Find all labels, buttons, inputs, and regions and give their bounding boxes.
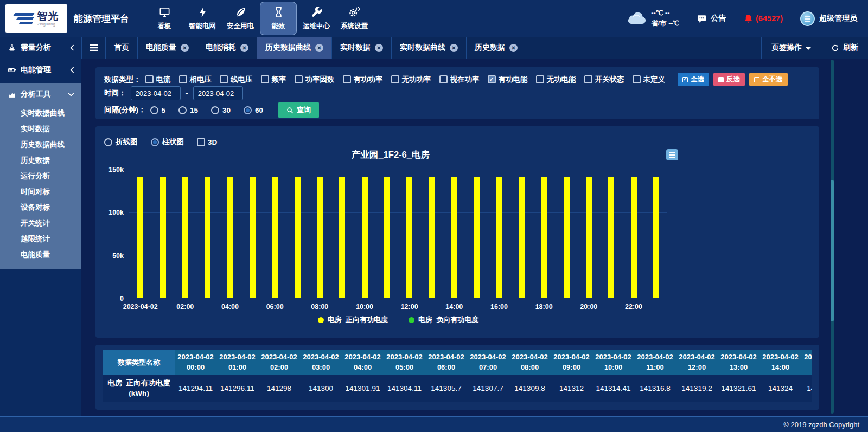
table-panel: 数据类型名称 2023-04-0200:002023-04-0201:00202… <box>95 345 819 410</box>
invert-selection-button[interactable]: 反选 <box>713 73 745 86</box>
x-tick-label: 08:00 <box>311 303 328 311</box>
notice-label: 公告 <box>711 14 726 23</box>
legend-item[interactable]: 电房_正向有功电度 <box>318 315 388 325</box>
close-icon[interactable]: ✕ <box>181 44 189 52</box>
checkbox-icon <box>145 75 154 83</box>
logo-stripes-icon <box>14 13 34 24</box>
sidebar-item[interactable]: 越限统计 <box>0 231 81 247</box>
select-none-button[interactable]: 全不选 <box>749 73 788 86</box>
sidebar-item[interactable]: 运行分析 <box>0 168 81 184</box>
interval-radio-60[interactable]: 60 <box>244 106 263 114</box>
datatype-checkbox[interactable]: 无功功率 <box>391 75 431 85</box>
refresh-button[interactable]: 刷新 <box>821 37 868 59</box>
datatype-checkbox[interactable]: 未定义 <box>633 75 666 85</box>
tab[interactable]: 首页 <box>106 37 138 59</box>
nav-item-smart-grid[interactable]: 智能电网 <box>184 2 221 35</box>
bar <box>182 177 188 298</box>
threed-checkbox[interactable]: 3D <box>197 138 217 146</box>
close-icon[interactable]: ✕ <box>509 44 518 52</box>
sidebar-group-analysis-tools[interactable]: 分析工具 <box>0 83 81 105</box>
tab-operations-dropdown[interactable]: 页签操作 <box>761 37 821 59</box>
user-menu[interactable]: 超级管理员 <box>800 11 857 26</box>
x-tick-label: 04:00 <box>221 303 239 311</box>
datatype-checkbox[interactable]: 电流 <box>145 75 171 85</box>
sidebar-item[interactable]: 设备对标 <box>0 199 81 215</box>
line-chart-radio[interactable]: 折线图 <box>104 137 138 147</box>
copyright-text: © 2019 zgzdh Copyright <box>783 421 859 429</box>
checkbox-icon <box>584 75 592 83</box>
y-tick-label: 100k <box>108 209 124 216</box>
close-icon[interactable]: ✕ <box>375 44 383 52</box>
sidebar-item[interactable]: 历史数据曲线 <box>0 137 81 152</box>
tab[interactable]: 电能消耗✕ <box>197 37 257 59</box>
sidebar-group-energy-mgmt[interactable]: 电能管理 <box>0 59 81 81</box>
tab[interactable]: 历史数据曲线✕ <box>257 37 332 59</box>
smart-grid-icon <box>196 6 209 18</box>
sidebar-item[interactable]: 开关统计 <box>0 215 81 231</box>
datatype-checkbox[interactable]: 无功电能 <box>536 75 576 85</box>
nav-item-efficiency[interactable]: 能效 <box>260 2 297 35</box>
sidebar-item[interactable]: 时间对标 <box>0 184 81 199</box>
bar <box>295 177 301 298</box>
tab[interactable]: 实时数据✕ <box>332 37 392 59</box>
search-icon <box>286 107 293 114</box>
sidebar-item[interactable]: 实时数据曲线 <box>0 105 81 121</box>
bar-chart-radio[interactable]: 柱状图 <box>151 137 184 147</box>
nav-item-dashboard[interactable]: 看板 <box>146 2 183 35</box>
table-header-cell: 2023-04-0215:00 <box>801 350 812 375</box>
sidebar-item[interactable]: 实时数据 <box>0 121 81 137</box>
table-cell: 141307.7 <box>467 375 509 402</box>
close-icon[interactable]: ✕ <box>315 44 323 52</box>
menu-toggle-button[interactable] <box>82 37 106 59</box>
tab[interactable]: 电能质量✕ <box>138 37 197 59</box>
date-from-input[interactable] <box>131 86 181 100</box>
bar <box>339 177 345 298</box>
datatype-checkbox[interactable]: 开关状态 <box>584 75 624 85</box>
app-window: 智光 Zhiguang 能源管理平台 看板智能电网安全用电能效运维中心系统设置 … <box>0 0 868 432</box>
x-tick-label: 06:00 <box>266 303 284 311</box>
safety-power-icon <box>234 6 247 18</box>
scrollbar-thumb[interactable] <box>831 180 834 321</box>
datatype-checkbox[interactable]: 频率 <box>261 75 286 85</box>
datatype-checkbox[interactable]: 有功功率 <box>343 75 383 85</box>
datatype-checkbox[interactable]: 线电压 <box>220 75 253 85</box>
datatype-checkbox[interactable]: ✓有功电能 <box>488 75 528 85</box>
y-gridline <box>129 170 667 170</box>
chart-legend: 电房_正向有功电度电房_负向有功电度 <box>129 315 667 325</box>
interval-radio-15[interactable]: 15 <box>178 106 198 114</box>
tab[interactable]: 历史数据✕ <box>467 37 526 59</box>
chevron-left-icon <box>70 44 74 51</box>
nav-item-ops-center[interactable]: 运维中心 <box>298 2 335 35</box>
sidebar-group-demand-analysis[interactable]: 需量分析 <box>0 37 81 59</box>
bar <box>227 177 233 298</box>
table-cell: 141304.11 <box>384 375 425 402</box>
checkbox-icon <box>197 138 205 146</box>
chart-menu-icon[interactable] <box>666 149 678 160</box>
checked-box-icon <box>682 77 688 82</box>
alarm-count: (64527) <box>756 14 783 23</box>
vertical-scrollbar[interactable] <box>831 60 834 414</box>
tab[interactable]: 实时数据曲线✕ <box>392 37 467 59</box>
nav-item-system-settings[interactable]: 系统设置 <box>336 2 373 35</box>
interval-radio-30[interactable]: 30 <box>211 106 231 114</box>
date-to-input[interactable] <box>193 86 243 100</box>
legend-item[interactable]: 电房_负向有功电度 <box>409 315 478 325</box>
datatype-checkbox[interactable]: 相电压 <box>179 75 212 85</box>
chevron-down-icon <box>68 92 74 96</box>
datatype-checkbox[interactable]: 视在功率 <box>439 75 480 85</box>
checkbox-icon <box>261 75 269 83</box>
table-header-cell: 2023-04-0204:00 <box>342 350 384 375</box>
notice-button[interactable]: 公告 <box>697 14 726 24</box>
sidebar-item[interactable]: 历史数据 <box>0 152 81 168</box>
alarm-button[interactable]: (64527) <box>743 14 783 24</box>
nav-item-safety-power[interactable]: 安全用电 <box>222 2 259 35</box>
close-icon[interactable]: ✕ <box>450 44 458 52</box>
select-all-button[interactable]: 全选 <box>678 73 709 86</box>
interval-radio-5[interactable]: 5 <box>150 106 166 114</box>
query-button[interactable]: 查询 <box>278 102 319 118</box>
table-header-cell: 2023-04-0213:00 <box>718 350 760 375</box>
sidebar-item[interactable]: 电能质量 <box>0 247 81 262</box>
bar <box>586 177 592 298</box>
close-icon[interactable]: ✕ <box>240 44 248 52</box>
datatype-checkbox[interactable]: 功率因数 <box>295 75 335 85</box>
